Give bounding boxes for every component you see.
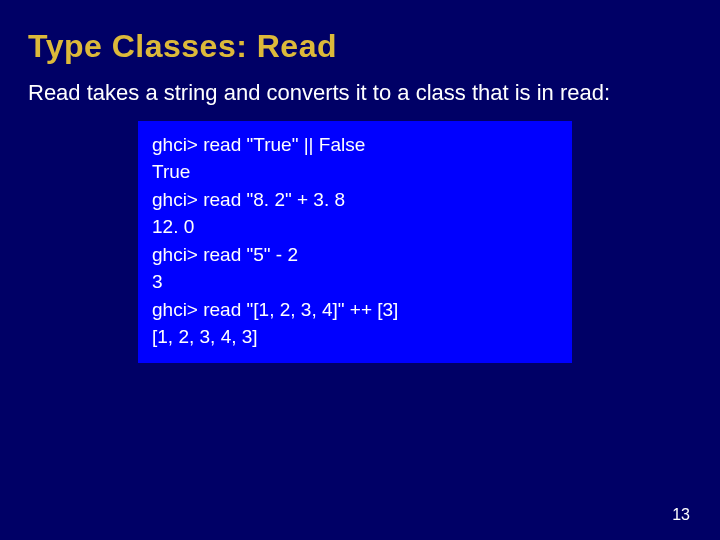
slide-title: Type Classes: Read [0, 0, 720, 65]
code-line: ghci> read "8. 2" + 3. 8 [152, 186, 558, 214]
slide-description: Read takes a string and converts it to a… [0, 65, 720, 107]
code-block: ghci> read "True" || False True ghci> re… [138, 121, 572, 363]
code-line: ghci> read "[1, 2, 3, 4]" ++ [3] [152, 296, 558, 324]
code-line: 3 [152, 268, 558, 296]
code-line: ghci> read "True" || False [152, 131, 558, 159]
code-line: True [152, 158, 558, 186]
code-line: ghci> read "5" - 2 [152, 241, 558, 269]
code-line: 12. 0 [152, 213, 558, 241]
page-number: 13 [672, 506, 690, 524]
code-line: [1, 2, 3, 4, 3] [152, 323, 558, 351]
